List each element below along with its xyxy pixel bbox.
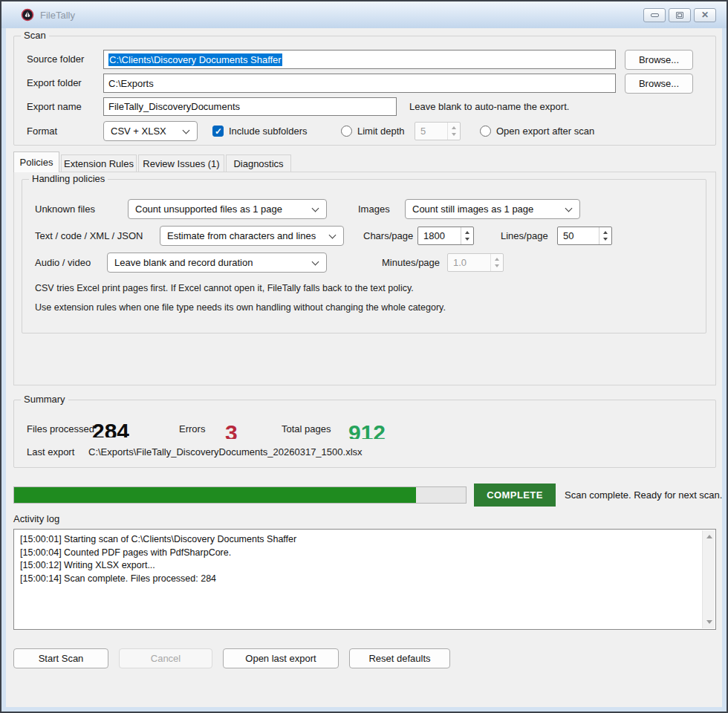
spinner-arrows-icon — [447, 123, 460, 140]
activity-log-box[interactable]: [15:00:01] Starting scan of C:\Clients\D… — [13, 529, 716, 630]
export-folder-value: C:\Exports — [108, 78, 154, 89]
chevron-down-icon — [312, 205, 319, 212]
source-folder-input[interactable]: C:\Clients\Discovery Documents Shaffer — [103, 50, 616, 69]
limit-depth-label[interactable]: Limit depth — [357, 121, 405, 141]
chevron-down-icon — [329, 232, 337, 239]
audio-video-label: Audio / video — [35, 253, 91, 273]
titlebar[interactable]: FileTally ✕ — [1, 1, 727, 28]
files-processed-value: 284 — [92, 421, 129, 437]
summary-legend: Summary — [21, 394, 68, 405]
progress-fill — [14, 487, 416, 503]
text-code-value: Estimate from characters and lines — [167, 230, 316, 241]
minutes-per-page-stepper: 1.0 — [447, 253, 504, 272]
unknown-files-label: Unknown files — [35, 199, 95, 219]
last-export-value: C:\Exports\FileTally_DiscoveryDocuments_… — [88, 445, 363, 460]
maximize-button[interactable] — [669, 8, 691, 22]
include-subfolders-checkbox[interactable] — [212, 126, 224, 137]
audio-video-value: Leave blank and record duration — [114, 257, 253, 268]
include-subfolders-label[interactable]: Include subfolders — [229, 121, 308, 141]
open-export-checkbox[interactable] — [480, 126, 491, 137]
log-line: [15:00:14] Scan complete. Files processe… — [20, 573, 699, 586]
lines-per-page-stepper[interactable]: 50 — [557, 227, 612, 245]
format-label: Format — [27, 121, 57, 141]
activity-log-label: Activity log — [13, 512, 59, 526]
export-name-label: Export name — [27, 97, 82, 117]
log-scrollbar[interactable] — [702, 530, 715, 628]
export-name-hint: Leave blank to auto-name the export. — [409, 97, 569, 117]
chevron-down-icon — [565, 205, 573, 212]
text-code-label: Text / code / XML / JSON — [35, 226, 143, 246]
chevron-down-icon — [312, 258, 319, 266]
policies-tab-panel: Handling policies Unknown files Count un… — [13, 172, 716, 385]
policy-note-1: CSV tries Excel print pages first. If Ex… — [35, 283, 414, 293]
log-line: [15:00:04] Counted PDF pages with PdfSha… — [20, 547, 699, 560]
images-select[interactable]: Count still images as 1 page — [405, 199, 580, 219]
export-folder-browse-button[interactable]: Browse... — [625, 74, 693, 94]
close-button[interactable]: ✕ — [694, 8, 716, 22]
handling-policies-legend: Handling policies — [29, 173, 108, 184]
chevron-down-icon — [183, 127, 190, 134]
spinner-arrows-icon[interactable] — [461, 227, 473, 244]
audio-video-select[interactable]: Leave blank and record duration — [107, 253, 327, 273]
source-folder-value: C:\Clients\Discovery Documents Shaffer — [108, 53, 282, 66]
policy-note-2: Use extension rules when one file type n… — [35, 302, 446, 313]
scan-legend: Scan — [21, 30, 49, 41]
errors-label: Errors — [179, 421, 205, 437]
total-pages-label: Total pages — [282, 421, 331, 437]
scroll-up-icon[interactable] — [706, 535, 712, 538]
limit-depth-checkbox[interactable] — [341, 126, 352, 137]
filetally-logo-icon — [21, 8, 34, 22]
close-icon: ✕ — [701, 10, 709, 19]
chars-per-page-stepper[interactable]: 1800 — [417, 227, 474, 245]
minimize-icon — [651, 13, 659, 17]
tab-review-issues[interactable]: Review Issues (1) — [138, 154, 224, 172]
source-folder-browse-button[interactable]: Browse... — [625, 50, 693, 70]
lines-per-page-label: Lines/page — [501, 226, 548, 246]
summary-group: Summary Files processed 284 Errors 3 Tot… — [13, 400, 716, 468]
depth-value: 5 — [420, 126, 426, 137]
errors-value: 3 — [225, 423, 238, 439]
export-folder-label: Export folder — [27, 74, 82, 93]
files-processed-label: Files processed — [27, 421, 94, 437]
unknown-files-select[interactable]: Count unsupported files as 1 page — [128, 199, 327, 219]
tab-extension-rules[interactable]: Extension Rules — [61, 154, 137, 172]
export-folder-input[interactable]: C:\Exports — [103, 74, 616, 93]
total-pages-value: 912 — [348, 423, 386, 439]
client-area: Scan Source folder C:\Clients\Discovery … — [6, 28, 722, 707]
chars-per-page-value: 1800 — [423, 230, 445, 241]
format-select[interactable]: CSV + XLSX — [103, 121, 198, 141]
window-title: FileTally — [40, 10, 75, 21]
images-value: Count still images as 1 page — [412, 204, 533, 215]
spinner-arrows-icon — [490, 254, 503, 271]
scan-group: Scan Source folder C:\Clients\Discovery … — [13, 36, 716, 146]
activity-log-text: [15:00:01] Starting scan of C:\Clients\D… — [20, 533, 699, 626]
minimize-button[interactable] — [643, 8, 666, 22]
chars-per-page-label: Chars/page — [363, 226, 413, 246]
tab-diagnostics[interactable]: Diagnostics — [226, 154, 291, 172]
cancel-button: Cancel — [119, 648, 212, 668]
last-export-label: Last export — [27, 445, 74, 460]
source-folder-label: Source folder — [27, 50, 84, 69]
complete-badge: COMPLETE — [474, 484, 556, 507]
spinner-arrows-icon[interactable] — [599, 227, 611, 244]
format-value: CSV + XLSX — [111, 126, 166, 137]
open-export-label[interactable]: Open export after scan — [496, 121, 594, 141]
log-line: [15:00:12] Writing XLSX export... — [20, 559, 699, 573]
maximize-icon — [676, 12, 683, 19]
progress-bar — [13, 486, 467, 504]
start-scan-button[interactable]: Start Scan — [13, 648, 108, 668]
tab-policies[interactable]: Policies — [13, 152, 59, 172]
open-last-export-button[interactable]: Open last export — [223, 648, 339, 668]
text-code-select[interactable]: Estimate from characters and lines — [160, 226, 344, 246]
app-window: FileTally ✕ Scan Source folder C:\Client… — [0, 0, 728, 713]
reset-defaults-button[interactable]: Reset defaults — [349, 648, 450, 668]
minutes-per-page-value: 1.0 — [453, 257, 467, 268]
progress-status: Scan complete. Ready for next scan. — [565, 486, 722, 504]
minutes-per-page-label: Minutes/page — [382, 253, 440, 273]
handling-policies-group: Handling policies Unknown files Count un… — [22, 179, 706, 333]
scroll-down-icon[interactable] — [706, 620, 712, 624]
unknown-files-value: Count unsupported files as 1 page — [135, 204, 282, 215]
export-name-input[interactable]: FileTally_DiscoveryDocuments — [103, 97, 397, 116]
export-name-value: FileTally_DiscoveryDocuments — [108, 101, 240, 112]
depth-stepper: 5 — [415, 122, 461, 140]
